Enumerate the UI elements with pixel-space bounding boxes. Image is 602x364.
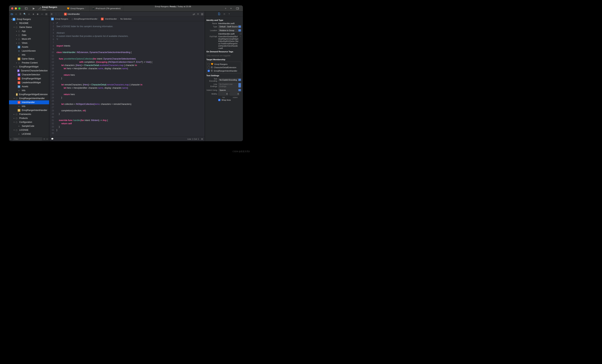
disclosure-icon[interactable]: ▸ [15, 30, 18, 32]
debug-bubble-icon[interactable]: 💬 [51, 138, 54, 140]
tree-node[interactable]: ≡SampleCode [9, 124, 49, 128]
tree-node[interactable]: ▾▢EmojiRangerIntentHandler [9, 96, 49, 100]
tree-node[interactable]: ▸▢Products [9, 116, 49, 120]
disclosure-icon[interactable]: ▸ [13, 117, 15, 119]
tree-node[interactable]: ▸▢Mock API [9, 37, 49, 41]
disclosure-icon[interactable]: ▸ [15, 42, 18, 44]
tree-node[interactable]: ⚙Game Status [9, 57, 49, 61]
tree-node[interactable]: ≡Info [9, 88, 49, 92]
scheme-tab[interactable]: 🧡 Emoji Rangers 〉 [64, 5, 89, 11]
tree-node[interactable]: ≡Info [9, 53, 49, 57]
tab-width-input[interactable] [218, 92, 228, 96]
tree-node[interactable]: ▾▢Configuration [9, 120, 49, 124]
tree-node[interactable]: ▸▢Preview Content [9, 61, 49, 65]
scheme-selector[interactable]: ⎇ Emoji Rangers main [38, 6, 57, 11]
library-icon[interactable]: + [228, 7, 234, 11]
find-navigator-tab[interactable]: 🔍 [23, 12, 27, 16]
file-type-select[interactable]: Default - Swift Source [218, 25, 241, 28]
disclosure-icon[interactable]: ▾ [13, 26, 15, 28]
tree-node[interactable]: ❖DynamicCharacterSelection [9, 69, 49, 73]
recent-filter-icon[interactable]: ◷ [43, 138, 45, 140]
tree-node[interactable]: ▦Assets [9, 85, 49, 88]
tree-node[interactable]: ▦Assets [9, 45, 49, 49]
tree-node[interactable]: ⚙EmojiRangerIntentHandler [9, 108, 49, 112]
source-editor[interactable]: 1234567891011121314151617181920212223242… [49, 21, 205, 137]
target-membership-row[interactable]: ✓ⒺEmojiRangerIntentHandler [207, 69, 241, 73]
source-code[interactable]: /* See LICENSE folder for this sample's … [55, 21, 205, 137]
toggle-inspector-icon[interactable] [235, 7, 240, 11]
adjust-editor-icon[interactable]: ≡ [197, 12, 199, 16]
tree-node[interactable]: ▾▢LICENSE [9, 128, 49, 132]
breakpoint-navigator-tab[interactable]: ▭ [40, 12, 44, 16]
location-select[interactable]: Relative to Group [218, 29, 241, 32]
tree-node[interactable]: ▸▢Frameworks [9, 112, 49, 116]
tree-node[interactable]: ≡Info [9, 104, 49, 108]
tree-node[interactable]: ▾AEmoji Rangers [9, 17, 49, 21]
disclosure-icon[interactable]: ▾ [13, 129, 15, 131]
toggle-navigator-icon[interactable] [24, 7, 29, 11]
project-tree[interactable]: ▾AEmoji Rangers⬇README▾▢Game Status▸▢App… [9, 17, 49, 137]
symbol-navigator-tab[interactable]: ☰ [19, 12, 22, 16]
add-editor-icon[interactable]: ⊞ [201, 12, 203, 16]
target-membership-row[interactable]: 🧡Emoji Rangers [207, 63, 241, 66]
nav-forward-icon[interactable]: 〉 [58, 13, 60, 16]
navigator-filter-input[interactable] [13, 137, 42, 141]
tree-node[interactable]: ▸▢Views [9, 41, 49, 45]
disclosure-icon[interactable]: ▸ [15, 34, 18, 36]
device-tab[interactable]: 📱 iPod touch (7th generation) [89, 5, 123, 11]
tree-node[interactable]: sIntentHandler [9, 100, 49, 104]
tree-node[interactable]: ⬇README [9, 21, 49, 25]
tree-node[interactable]: sEmojiRangerWidget [9, 77, 49, 81]
tree-node[interactable]: ▸▢App [9, 29, 49, 33]
close-window[interactable] [11, 7, 13, 10]
report-navigator-tab[interactable]: ▤ [44, 12, 48, 16]
jump-folder[interactable]: EmojiRangerIntentHandler [74, 18, 97, 20]
disclosure-icon[interactable]: ▾ [13, 121, 15, 123]
jump-project[interactable]: Emoji Rangers [55, 18, 68, 20]
minimap-toggle-icon[interactable]: ▤ [201, 138, 203, 140]
disclosure-icon[interactable]: ▾ [13, 66, 15, 68]
tree-node[interactable]: ▸▢Data [9, 33, 49, 37]
tree-node[interactable]: sLeaderboardWidget [9, 81, 49, 85]
jump-selection[interactable]: No Selection [120, 18, 131, 20]
encoding-select[interactable]: No Explicit Encoding [218, 78, 241, 81]
file-name-value[interactable]: IntentHandler.swift [218, 22, 241, 24]
test-navigator-tab[interactable]: ◈ [32, 12, 35, 16]
minimize-window[interactable] [15, 7, 17, 10]
zoom-window[interactable] [18, 7, 21, 10]
issue-navigator-tab[interactable]: ⚠ [27, 12, 31, 16]
debug-navigator-tab[interactable]: ◉ [36, 12, 39, 16]
related-items-icon[interactable]: ⊞ [51, 13, 53, 15]
reveal-path-icon[interactable]: → [239, 35, 241, 38]
indent-width-input[interactable] [229, 92, 239, 96]
tree-node[interactable]: ≡LICENSE [9, 132, 49, 136]
scm-filter-icon[interactable]: ▭ [46, 138, 48, 140]
jump-bar[interactable]: A Emoji Rangers〉 ▢ EmojiRangerIntentHand… [49, 17, 205, 21]
target-checkbox[interactable] [208, 63, 210, 65]
help-inspector-tab[interactable]: ? [228, 13, 230, 15]
tree-node[interactable]: ▾▢Game Status [9, 25, 49, 29]
history-inspector-tab[interactable]: ◷ [224, 13, 225, 15]
tree-node[interactable]: ◫LaunchScreen [9, 49, 49, 53]
target-membership-row[interactable]: ⒺCharacterDetailExtension [207, 66, 241, 69]
target-checkbox[interactable] [208, 66, 210, 68]
project-navigator-tab[interactable] [10, 12, 14, 16]
tree-node[interactable]: ⚙EmojiRangerWidgetExtension [9, 92, 49, 96]
line-endings-select[interactable]: No Explicit Line Endings [218, 83, 241, 88]
run-button[interactable]: ▶ [31, 7, 36, 11]
file-inspector-tab[interactable] [218, 13, 220, 15]
source-control-navigator-tab[interactable]: ◇ [14, 12, 18, 16]
target-checkbox[interactable]: ✓ [208, 70, 210, 72]
jump-file[interactable]: IntentHandler [105, 18, 117, 20]
disclosure-icon[interactable]: ▾ [13, 97, 15, 99]
add-tab-button[interactable]: + [223, 5, 228, 11]
editor-tab[interactable]: s IntentHandler [62, 11, 82, 17]
add-file-button[interactable]: + [10, 138, 11, 140]
disclosure-icon[interactable]: ▾ [11, 18, 13, 20]
disclosure-icon[interactable]: ▸ [15, 62, 18, 64]
wrap-lines-checkbox[interactable]: ✓ [218, 99, 220, 101]
nav-back-icon[interactable]: 〈 [54, 13, 56, 16]
tree-node[interactable]: ❖CharacterSelection [9, 73, 49, 77]
disclosure-icon[interactable]: ▸ [15, 38, 18, 40]
indent-using-select[interactable]: Spaces [218, 88, 241, 92]
